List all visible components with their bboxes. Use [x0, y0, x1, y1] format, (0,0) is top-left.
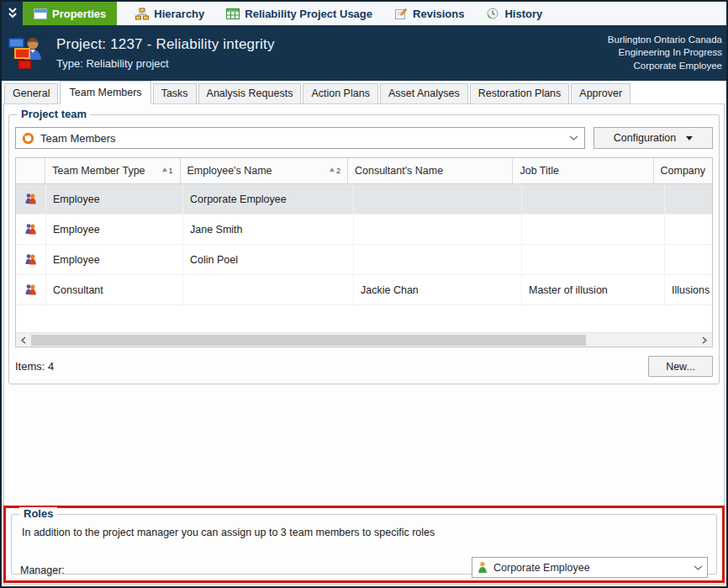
team-member-icon	[24, 193, 37, 205]
column-header-icon[interactable]	[16, 158, 45, 183]
person-green-icon	[477, 561, 488, 574]
items-count: Items: 4	[15, 360, 54, 373]
table-row[interactable]: Consultant Jackie Chan Master of illusio…	[16, 275, 712, 305]
roles-group: Roles In addition to the project manager…	[11, 514, 717, 575]
chevron-down-icon	[569, 135, 578, 140]
project-location: Burlington Ontario Canada	[608, 34, 722, 47]
application-window: Properties Hierarchy Reliability Project…	[0, 0, 728, 588]
page-tabs: General Team Members Tasks Analysis Requ…	[2, 81, 726, 103]
column-label: Team Member Type	[52, 165, 145, 177]
tab-team-members[interactable]: Team Members	[60, 81, 150, 104]
table-row[interactable]: Employee Corporate Employee	[16, 184, 712, 215]
toolbar-item-reliability-project-usage[interactable]: Reliability Project Usage	[218, 2, 381, 25]
project-owner: Corporate Employee	[608, 60, 722, 73]
tab-asset-analyses[interactable]: Asset Analyses	[380, 83, 468, 103]
cell-job-title	[522, 184, 665, 214]
table-row[interactable]: Employee Colin Poel	[16, 245, 712, 275]
team-member-icon	[24, 283, 37, 296]
cell-team-member-type: Employee	[46, 245, 183, 274]
column-label: Company	[661, 165, 706, 177]
sort-order: 1	[169, 167, 173, 175]
history-clock-icon	[486, 7, 499, 20]
manager-value: Corporate Employee	[493, 562, 590, 574]
top-toolbar: Properties Hierarchy Reliability Project…	[2, 2, 726, 25]
cell-company: Illusions Inc	[665, 275, 712, 305]
new-button[interactable]: New...	[648, 356, 713, 377]
table-grid-icon	[226, 8, 240, 19]
roles-description: In addition to the project manager you c…	[22, 527, 708, 538]
project-title: Project: 1237 - Reliability integrity	[56, 36, 275, 53]
cell-consultants-name	[354, 184, 522, 214]
sort-ascending-icon	[330, 167, 335, 172]
team-member-icon	[24, 253, 37, 266]
cell-job-title: Master of illusion	[522, 275, 665, 305]
scroll-right-button[interactable]	[698, 333, 712, 347]
cell-company	[665, 215, 712, 244]
row-icon-cell	[16, 245, 46, 274]
project-type: Type: Reliability project	[56, 57, 275, 70]
project-team-group-title: Project team	[17, 108, 91, 120]
collapse-toolbar-button[interactable]	[2, 2, 23, 25]
toolbar-item-label: Hierarchy	[154, 8, 204, 20]
toolbar-item-label: Revisions	[413, 8, 464, 20]
tab-approver[interactable]: Approver	[571, 83, 630, 103]
project-meta: Burlington Ontario Canada Engineering In…	[608, 34, 726, 73]
roles-highlight-box: Roles In addition to the project manager…	[3, 506, 725, 583]
cell-team-member-type: Consultant	[46, 275, 183, 305]
roles-group-title: Roles	[19, 507, 57, 520]
toolbar-item-history[interactable]: History	[477, 2, 551, 25]
project-titles: Project: 1237 - Reliability integrity Ty…	[56, 36, 275, 70]
manager-label: Manager:	[20, 564, 134, 576]
cell-company	[665, 184, 712, 214]
horizontal-scrollbar[interactable]	[16, 332, 712, 347]
toolbar-item-label: Properties	[52, 8, 106, 20]
cell-consultants-name	[354, 215, 522, 244]
column-header-consultants-name[interactable]: Consultant's Name	[348, 158, 513, 183]
team-view-selector-value: Team Members	[40, 132, 116, 145]
scrollbar-thumb[interactable]	[31, 335, 586, 346]
tab-general[interactable]: General	[4, 83, 58, 103]
tab-action-plans[interactable]: Action Plans	[303, 83, 377, 103]
swirl-icon	[22, 132, 34, 145]
cell-employees-name: Colin Poel	[183, 245, 354, 274]
column-header-team-member-type[interactable]: Team Member Type 1	[45, 158, 180, 183]
team-view-selector[interactable]: Team Members	[15, 127, 585, 149]
cell-company	[665, 245, 712, 274]
table-empty-area	[16, 305, 712, 332]
roles-form: Manager: Corporate Employee Role:	[20, 557, 708, 588]
column-header-company[interactable]: Company	[654, 158, 713, 183]
sort-indicator: 1	[162, 167, 173, 175]
tab-tasks[interactable]: Tasks	[153, 83, 197, 103]
toolbar-item-revisions[interactable]: Revisions	[386, 2, 472, 25]
cell-team-member-type: Employee	[46, 215, 183, 244]
tab-restoration-plans[interactable]: Restoration Plans	[470, 83, 570, 103]
cell-employees-name	[183, 275, 354, 305]
toolbar-item-label: Reliability Project Usage	[245, 8, 372, 20]
manager-select[interactable]: Corporate Employee	[472, 557, 708, 578]
toolbar-item-hierarchy[interactable]: Hierarchy	[127, 2, 213, 25]
toolbar-item-properties[interactable]: Properties	[23, 2, 117, 25]
column-label: Consultant's Name	[355, 165, 443, 177]
configuration-button-label: Configuration	[614, 132, 676, 144]
scroll-left-button[interactable]	[16, 333, 30, 347]
table-row[interactable]: Employee Jane Smith	[16, 215, 712, 245]
column-label: Employee's Name	[187, 165, 272, 177]
column-header-employees-name[interactable]: Employee's Name 2	[181, 158, 348, 183]
cell-job-title	[522, 245, 665, 274]
team-members-table: Team Member Type 1 Employee's Name 2 Con…	[15, 157, 713, 347]
toolbar-item-label: History	[504, 8, 542, 20]
revisions-icon	[394, 8, 408, 20]
row-icon-cell	[16, 184, 46, 214]
cell-team-member-type: Employee	[46, 184, 183, 214]
project-team-group: Project team Team Members Configuration	[8, 114, 720, 384]
sort-order: 2	[336, 167, 340, 175]
cell-job-title	[522, 215, 665, 244]
sort-indicator: 2	[330, 167, 340, 175]
cell-consultants-name: Jackie Chan	[354, 275, 522, 305]
row-icon-cell	[16, 215, 46, 244]
column-header-job-title[interactable]: Job Title	[513, 158, 653, 183]
project-icon	[8, 34, 46, 72]
configuration-button[interactable]: Configuration	[593, 127, 713, 149]
tab-analysis-requests[interactable]: Analysis Requests	[198, 83, 302, 103]
chevron-double-down-icon	[8, 8, 18, 19]
